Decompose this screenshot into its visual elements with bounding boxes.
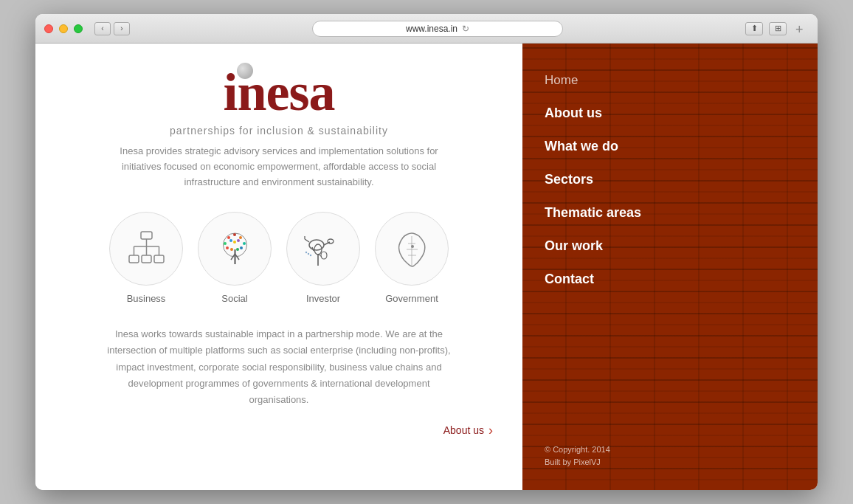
titlebar: ‹ › www.inesa.in ↻ ⬆ ⊞ +	[35, 14, 818, 44]
svg-rect-0	[141, 232, 152, 239]
svg-rect-3	[154, 255, 164, 263]
svg-point-42	[411, 245, 414, 248]
about-us-link[interactable]: About us ›	[443, 423, 493, 438]
social-label: Social	[221, 293, 247, 304]
main-content: inesa partnerships for inclusion & susta…	[35, 44, 522, 490]
sidebar: Home About us What we do Sectors Themati…	[522, 44, 818, 490]
sidebar-item-home[interactable]: Home	[545, 64, 795, 97]
svg-point-37	[321, 252, 327, 259]
svg-line-28	[312, 247, 314, 251]
svg-rect-1	[129, 255, 139, 263]
icon-circle-social	[198, 212, 272, 286]
bottom-paragraph: Inesa works towards sustainable impact i…	[106, 326, 452, 407]
svg-point-32	[307, 253, 308, 255]
icon-item-social: Social	[198, 212, 272, 304]
built-by-text: Built by PixelVJ	[545, 456, 795, 469]
svg-point-11	[233, 233, 236, 236]
sidebar-nav: Home About us What we do Sectors Themati…	[522, 44, 818, 490]
about-us-text: About us	[443, 424, 484, 436]
back-button[interactable]: ‹	[94, 22, 111, 35]
svg-point-27	[328, 239, 334, 244]
investor-icon	[303, 229, 344, 269]
chevron-right-icon: ›	[488, 423, 493, 438]
icon-item-investor: Investor	[286, 212, 360, 304]
sidebar-item-sectors[interactable]: Sectors	[545, 163, 795, 196]
new-tab-button[interactable]: ⊞	[769, 22, 787, 35]
share-button[interactable]: ⬆	[745, 22, 763, 35]
svg-point-15	[229, 239, 232, 242]
icon-item-government: Government	[375, 212, 449, 304]
svg-rect-2	[142, 255, 151, 263]
svg-point-20	[240, 246, 243, 249]
svg-point-21	[230, 248, 233, 251]
copyright-area: © Copyright. 2014 Built by PixelVJ	[545, 429, 795, 469]
svg-point-13	[239, 236, 242, 239]
logo-area: inesa	[223, 66, 334, 119]
svg-point-22	[236, 248, 239, 251]
svg-point-14	[224, 242, 227, 245]
url-bar[interactable]: www.inesa.in ↻	[312, 21, 563, 37]
svg-point-31	[305, 252, 306, 253]
investor-label: Investor	[306, 293, 340, 304]
sidebar-item-our-work[interactable]: Our work	[545, 229, 795, 263]
add-tab-button[interactable]: +	[795, 22, 809, 35]
icon-circle-government	[375, 212, 449, 286]
svg-point-18	[226, 246, 229, 249]
window-body: inesa partnerships for inclusion & susta…	[35, 44, 818, 490]
logo-text: inesa	[223, 66, 334, 119]
svg-point-33	[309, 255, 311, 256]
icon-circle-investor	[286, 212, 360, 286]
business-label: Business	[127, 293, 166, 304]
icon-item-business: Business	[109, 212, 183, 304]
svg-point-19	[233, 241, 236, 244]
forward-button[interactable]: ›	[114, 22, 130, 35]
svg-point-12	[227, 236, 230, 239]
maximize-button[interactable]	[74, 24, 83, 33]
logo-subtitle: partnerships for inclusion & sustainabil…	[170, 125, 388, 137]
url-text: www.inesa.in	[406, 24, 457, 34]
copyright-text: © Copyright. 2014	[545, 443, 795, 457]
icon-circle-business	[109, 212, 183, 286]
svg-point-16	[237, 239, 240, 242]
svg-line-29	[305, 239, 309, 242]
sidebar-item-what-we-do[interactable]: What we do	[545, 130, 795, 163]
sidebar-item-about[interactable]: About us	[545, 97, 795, 130]
government-label: Government	[385, 293, 438, 304]
refresh-icon[interactable]: ↻	[462, 24, 469, 34]
svg-point-17	[243, 242, 246, 245]
close-button[interactable]	[44, 24, 53, 33]
government-icon	[392, 229, 432, 269]
icons-row: Business	[109, 212, 449, 304]
social-icon	[215, 229, 255, 269]
business-icon	[126, 229, 167, 269]
hero-description: Inesa provides strategic advisory servic…	[109, 144, 449, 190]
minimize-button[interactable]	[59, 24, 68, 33]
sidebar-item-contact[interactable]: Contact	[545, 263, 795, 296]
browser-window: ‹ › www.inesa.in ↻ ⬆ ⊞ + inesa pa	[35, 14, 818, 490]
sidebar-item-thematic-areas[interactable]: Thematic areas	[545, 196, 795, 229]
